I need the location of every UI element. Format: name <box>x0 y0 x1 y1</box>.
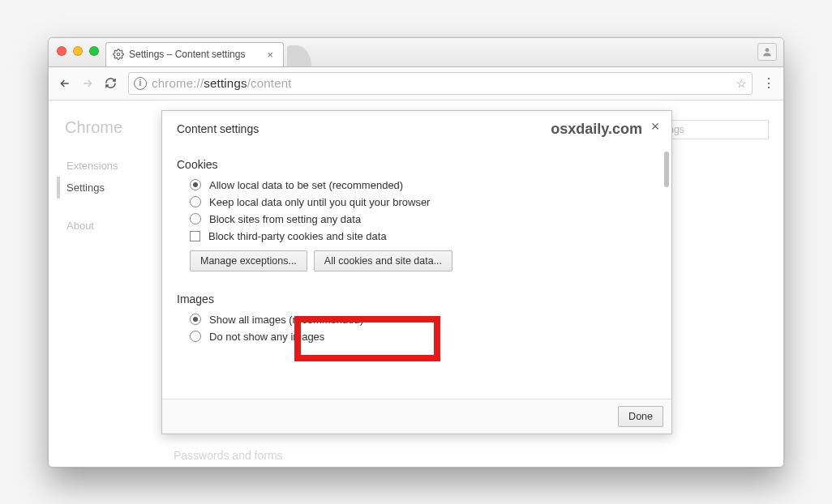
cookies-section-title: Cookies <box>177 158 657 171</box>
images-option-none[interactable]: Do not show any images <box>190 331 657 343</box>
svg-point-0 <box>117 53 120 56</box>
dialog-backdrop: Content settings osxdaily.com × Cookies … <box>49 100 783 467</box>
cookie-option-allow[interactable]: Allow local data to be set (recommended) <box>190 179 657 191</box>
content-area: Chrome Extensions Settings About ttings … <box>49 100 783 467</box>
option-label: Keep local data only until you quit your… <box>209 196 430 208</box>
option-label: Show all images (recommended) <box>209 314 363 326</box>
dialog-body: Cookies Allow local data to be set (reco… <box>162 140 671 399</box>
dialog-footer: Done <box>162 399 671 434</box>
arrow-right-icon <box>81 77 94 90</box>
images-section-title: Images <box>177 293 657 305</box>
address-bar[interactable]: i chrome://settings/content ☆ <box>128 72 753 95</box>
back-button[interactable] <box>55 74 75 93</box>
reload-icon <box>105 77 117 89</box>
traffic-lights <box>57 46 99 56</box>
svg-point-1 <box>766 48 770 52</box>
new-tab-button[interactable] <box>287 45 311 66</box>
titlebar: Settings – Content settings × <box>49 38 783 67</box>
radio-icon <box>190 213 201 224</box>
bookmark-star-icon[interactable]: ☆ <box>736 77 747 90</box>
option-label: Do not show any images <box>209 331 324 343</box>
chrome-menu-button[interactable]: ⋮ <box>761 74 777 93</box>
cookie-option-block[interactable]: Block sites from setting any data <box>190 213 657 225</box>
gear-icon <box>113 49 124 60</box>
dialog-title: Content settings <box>177 122 259 135</box>
toolbar: i chrome://settings/content ☆ ⋮ <box>49 67 783 100</box>
url-prefix: chrome:// <box>152 76 204 90</box>
manage-exceptions-button[interactable]: Manage exceptions... <box>190 250 307 271</box>
browser-tab[interactable]: Settings – Content settings × <box>105 42 284 66</box>
checkbox-icon <box>190 231 200 241</box>
close-window-button[interactable] <box>57 46 66 56</box>
all-cookies-button[interactable]: All cookies and site data... <box>314 250 452 271</box>
radio-icon <box>190 331 201 342</box>
reload-button[interactable] <box>101 74 120 93</box>
forward-button[interactable] <box>78 74 97 93</box>
tab-close-icon[interactable]: × <box>265 48 275 62</box>
cookies-button-row: Manage exceptions... All cookies and sit… <box>190 250 657 271</box>
content-settings-dialog: Content settings osxdaily.com × Cookies … <box>161 110 672 434</box>
option-label: Block third-party cookies and site data <box>208 230 387 242</box>
url-display: chrome://settings/content <box>152 76 292 90</box>
cookie-block-third-party[interactable]: Block third-party cookies and site data <box>190 230 657 242</box>
site-info-icon[interactable]: i <box>134 77 147 90</box>
profile-button[interactable] <box>757 43 777 61</box>
url-host: settings <box>204 76 247 90</box>
tab-title: Settings – Content settings <box>129 49 245 60</box>
url-path: /content <box>247 76 292 90</box>
arrow-left-icon <box>58 77 71 90</box>
done-button[interactable]: Done <box>618 406 663 427</box>
person-icon <box>761 46 773 58</box>
dialog-close-button[interactable]: × <box>647 119 663 135</box>
radio-icon <box>190 196 201 207</box>
option-label: Block sites from setting any data <box>209 213 361 225</box>
kebab-icon: ⋮ <box>762 75 775 91</box>
minimize-window-button[interactable] <box>73 46 83 56</box>
zoom-window-button[interactable] <box>89 46 99 56</box>
option-label: Allow local data to be set (recommended) <box>209 179 403 191</box>
cookie-option-keep-until-quit[interactable]: Keep local data only until you quit your… <box>190 196 657 208</box>
radio-icon <box>190 314 201 325</box>
watermark-text: osxdaily.com <box>551 121 642 138</box>
images-option-show-all[interactable]: Show all images (recommended) <box>190 314 657 326</box>
radio-icon <box>190 179 201 190</box>
browser-window: Settings – Content settings × i chrome:/… <box>48 37 784 468</box>
